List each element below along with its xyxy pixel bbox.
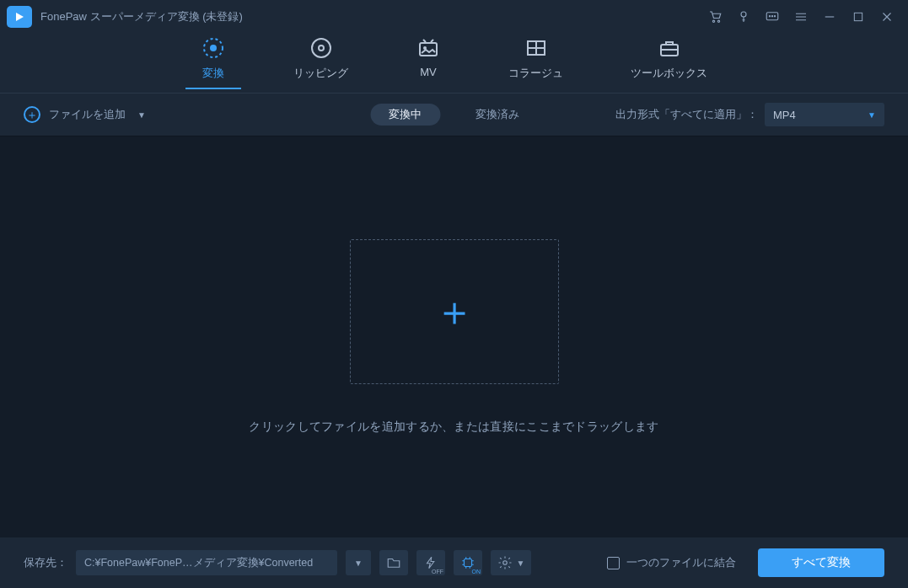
- output-format-value: MP4: [773, 109, 796, 121]
- svg-point-17: [502, 561, 507, 565]
- toolbar: ＋ ファイルを追加 ▼ 変換中 変換済み 出力形式「すべてに適用」： MP4 ▼: [0, 93, 908, 136]
- settings-button[interactable]: ▼: [491, 550, 531, 575]
- app-logo-icon: [7, 6, 32, 28]
- save-path-value: C:¥FonePaw¥FoneP…メディア変換¥Converted: [84, 556, 313, 570]
- menu-icon[interactable]: [787, 3, 815, 31]
- tab-ripping-label: リッピング: [293, 66, 348, 81]
- svg-point-5: [771, 16, 772, 17]
- svg-point-4: [769, 16, 770, 17]
- tab-collage-label: コラージュ: [508, 66, 563, 81]
- toolbox-icon: [657, 35, 682, 61]
- main-nav: 変換 リッピング MV コラージュ ツールボックス: [0, 34, 908, 93]
- save-path-dropdown[interactable]: ▼: [346, 550, 371, 575]
- chevron-down-icon: ▼: [868, 110, 876, 120]
- open-folder-button[interactable]: [379, 550, 408, 575]
- ripping-icon: [309, 35, 334, 61]
- gpu-badge: ON: [472, 569, 481, 575]
- feedback-icon[interactable]: [758, 3, 787, 31]
- save-path-box[interactable]: C:¥FonePaw¥FoneP…メディア変換¥Converted: [76, 550, 337, 575]
- tab-toolbox[interactable]: ツールボックス: [622, 35, 716, 88]
- titlebar: FonePaw スーパーメディア変換 (未登録): [0, 0, 908, 34]
- tab-convert[interactable]: 変換: [192, 35, 234, 88]
- output-format-label: 出力形式「すべてに適用」：: [615, 107, 758, 122]
- close-button[interactable]: [873, 3, 901, 31]
- svg-rect-7: [854, 13, 862, 20]
- checkbox-icon: [607, 557, 620, 569]
- chevron-down-icon: ▼: [517, 559, 525, 568]
- add-file-button[interactable]: ＋ ファイルを追加 ▼: [24, 106, 146, 123]
- add-file-label: ファイルを追加: [49, 107, 126, 122]
- content-area: ＋ クリックしてファイルを追加するか、または直接にここまでドラッグします: [0, 136, 908, 537]
- save-path-label: 保存先：: [24, 555, 67, 570]
- tab-ripping[interactable]: リッピング: [285, 35, 357, 88]
- converted-tab[interactable]: 変換済み: [457, 104, 538, 126]
- converting-tab[interactable]: 変換中: [370, 104, 440, 126]
- convert-icon: [201, 35, 226, 61]
- convert-all-button[interactable]: すべて変換: [758, 548, 884, 577]
- tab-mv-label: MV: [420, 66, 437, 78]
- minimize-button[interactable]: [815, 3, 844, 31]
- footer: 保存先： C:¥FonePaw¥FoneP…メディア変換¥Converted ▼…: [0, 537, 908, 588]
- app-title: FonePaw スーパーメディア変換 (未登録): [40, 9, 243, 24]
- collage-icon: [524, 35, 549, 61]
- cart-icon[interactable]: [701, 3, 729, 31]
- svg-point-0: [712, 20, 714, 22]
- gpu-button[interactable]: ON: [454, 550, 482, 575]
- maximize-button[interactable]: [844, 3, 873, 31]
- lightning-badge: OFF: [432, 569, 443, 575]
- tab-collage[interactable]: コラージュ: [500, 35, 572, 88]
- svg-rect-12: [420, 43, 437, 56]
- key-icon[interactable]: [729, 3, 758, 31]
- svg-point-11: [319, 45, 324, 51]
- dropzone-hint: クリックしてファイルを追加するか、または直接にここまでドラッグします: [249, 420, 658, 435]
- plus-circle-icon: ＋: [24, 106, 40, 123]
- plus-icon: ＋: [434, 291, 475, 332]
- chevron-down-icon: ▼: [137, 110, 146, 120]
- dropzone[interactable]: ＋: [350, 239, 559, 384]
- tab-toolbox-label: ツールボックス: [631, 66, 707, 81]
- svg-point-9: [210, 45, 217, 51]
- mv-icon: [416, 35, 441, 61]
- svg-rect-16: [465, 559, 472, 567]
- merge-label: 一つのファイルに結合: [626, 555, 736, 570]
- output-format-select[interactable]: MP4 ▼: [765, 103, 884, 126]
- tab-mv[interactable]: MV: [407, 35, 449, 85]
- merge-checkbox[interactable]: 一つのファイルに結合: [607, 555, 736, 570]
- tab-convert-label: 変換: [202, 66, 224, 81]
- svg-point-1: [717, 20, 719, 22]
- svg-point-10: [312, 39, 330, 57]
- lightning-button[interactable]: OFF: [416, 550, 445, 575]
- svg-point-6: [774, 16, 775, 17]
- svg-point-2: [741, 12, 746, 17]
